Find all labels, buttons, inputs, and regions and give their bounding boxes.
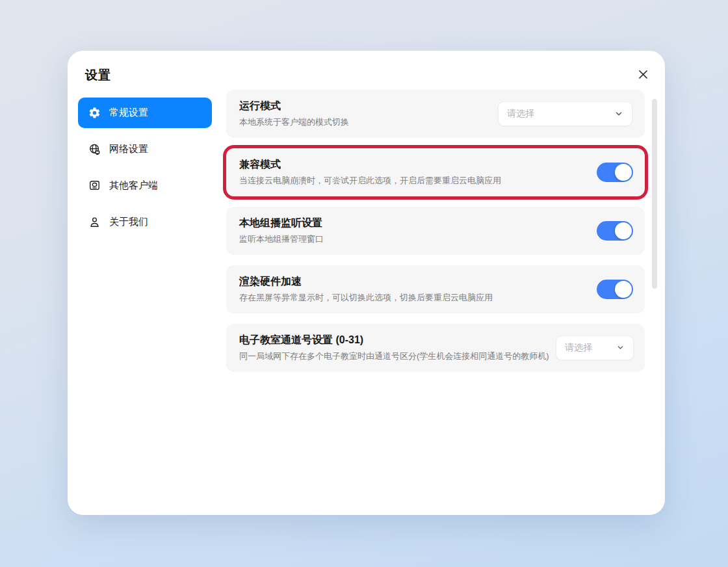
chevron-down-icon [616,343,625,352]
about-person-icon [88,216,101,229]
toggle-knob [615,164,632,181]
sidebar: 常规设置 网络设置 [78,98,212,237]
sidebar-item-label: 常规设置 [109,107,148,119]
sidebar-item-network-settings[interactable]: 网络设置 [78,134,212,165]
multicast-listen-toggle[interactable] [597,221,633,241]
settings-list: 运行模式 本地系统于客户端的模式切换 请选择 兼容模式 当连接云电脑崩溃时，可尝… [226,90,645,382]
scrollbar-thumb[interactable] [652,99,657,289]
setting-description: 本地系统于客户端的模式切换 [239,116,349,129]
page-title: 设置 [85,67,111,84]
setting-row-classroom-channel: 电子教室通道号设置 (0-31) 同一局域网下存在多个电子教室时由通道号区分(学… [226,324,645,372]
classroom-channel-select[interactable]: 请选择 [556,336,634,360]
setting-row-run-mode: 运行模式 本地系统于客户端的模式切换 请选择 [226,90,645,138]
setting-description: 监听本地组播管理窗口 [239,233,324,246]
sidebar-item-label: 其他客户端 [109,179,158,192]
setting-title: 渲染硬件加速 [239,274,493,289]
gear-icon [88,107,101,120]
sidebar-item-label: 网络设置 [109,143,148,155]
setting-row-hardware-acceleration: 渲染硬件加速 存在黑屏等异常显示时，可以切换此选项，切换后要重启云电脑应用 [226,265,645,313]
select-placeholder: 请选择 [507,108,534,120]
setting-title: 电子教室通道号设置 (0-31) [239,332,549,347]
sidebar-item-label: 关于我们 [109,216,148,228]
close-icon [637,68,649,81]
setting-title: 本地组播监听设置 [239,215,324,230]
sidebar-item-other-clients[interactable]: 其他客户端 [78,170,212,201]
sidebar-item-general-settings[interactable]: 常规设置 [78,98,212,128]
other-clients-monitor-icon [88,179,101,192]
compatibility-mode-toggle[interactable] [597,163,633,182]
network-globe-icon [88,143,101,156]
setting-description: 同一局域网下存在多个电子教室时由通道号区分(学生机会连接相同通道号的教师机) [239,350,549,363]
settings-dialog: 设置 常规设置 [68,51,665,515]
toggle-knob [615,281,632,298]
setting-description: 当连接云电脑崩溃时，可尝试开启此选项，开启后需要重启云电脑应用 [239,174,501,188]
select-placeholder: 请选择 [565,342,592,354]
toggle-knob [615,222,632,239]
setting-title: 兼容模式 [239,157,501,172]
setting-title: 运行模式 [239,98,349,113]
run-mode-select[interactable]: 请选择 [498,101,632,126]
hardware-acceleration-toggle[interactable] [597,280,633,299]
chevron-down-icon [614,109,623,118]
setting-row-multicast-listen: 本地组播监听设置 监听本地组播管理窗口 [226,207,645,255]
close-button[interactable] [632,64,653,85]
sidebar-item-about-us[interactable]: 关于我们 [78,207,212,237]
setting-description: 存在黑屏等异常显示时，可以切换此选项，切换后要重启云电脑应用 [239,291,493,305]
setting-row-compatibility-mode: 兼容模式 当连接云电脑崩溃时，可尝试开启此选项，开启后需要重启云电脑应用 [226,148,645,196]
